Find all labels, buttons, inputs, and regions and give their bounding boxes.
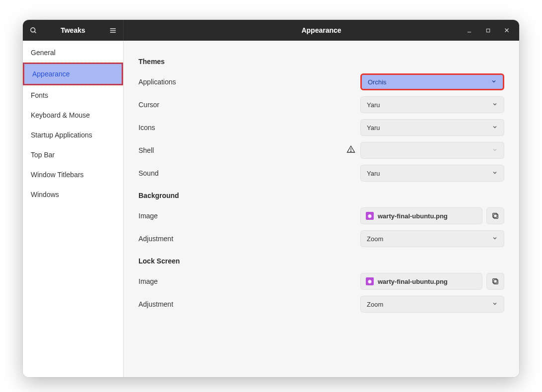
shell-label: Shell (138, 146, 346, 154)
lockscreen-header: Lock Screen (138, 257, 504, 265)
svg-rect-13 (494, 280, 498, 284)
background-image-row: Image ◉ warty-final-ubuntu.png (138, 204, 504, 227)
sidebar-item-fonts[interactable]: Fonts (23, 85, 123, 105)
page-title: Appearance (124, 26, 519, 34)
sidebar-item-label: Top Bar (31, 151, 55, 159)
sidebar-item-label: Fonts (31, 91, 48, 99)
background-image-browse-button[interactable] (486, 207, 504, 224)
lockscreen-adjustment-label: Adjustment (138, 300, 360, 308)
hamburger-button[interactable] (102, 27, 123, 34)
dropdown-value: Yaru (367, 101, 380, 109)
sidebar-item-label: Appearance (32, 70, 70, 78)
sidebar-item-keyboard-mouse[interactable]: Keyboard & Mouse (23, 105, 123, 125)
shell-dropdown (360, 142, 504, 159)
sidebar-item-general[interactable]: General (23, 43, 123, 63)
file-name: warty-final-ubuntu.png (378, 212, 448, 220)
sidebar-item-label: Keyboard & Mouse (31, 111, 90, 119)
svg-rect-14 (493, 279, 497, 283)
applications-row: Applications Orchis (138, 70, 504, 93)
file-name: warty-final-ubuntu.png (378, 278, 448, 285)
icons-dropdown[interactable]: Yaru (360, 119, 504, 136)
chevron-down-icon (491, 78, 497, 86)
lockscreen-image-control: ◉ warty-final-ubuntu.png (360, 273, 504, 290)
search-icon (30, 27, 37, 34)
sidebar-item-startup-applications[interactable]: Startup Applications (23, 125, 123, 145)
search-button[interactable] (23, 27, 44, 34)
chevron-down-icon (492, 147, 498, 154)
background-adjustment-dropdown[interactable]: Zoom (360, 230, 504, 247)
background-adjustment-row: Adjustment Zoom (138, 227, 504, 250)
svg-line-1 (34, 31, 36, 33)
chevron-down-icon (492, 301, 498, 308)
titlebar-left: Tweaks (23, 20, 124, 41)
lockscreen-image-row: Image ◉ warty-final-ubuntu.png (138, 270, 504, 293)
dropdown-value: Yaru (367, 170, 380, 177)
tweaks-window: Tweaks Appearance General Appea (23, 20, 519, 377)
background-image-control: ◉ warty-final-ubuntu.png (360, 207, 504, 224)
dropdown-value: Yaru (367, 124, 380, 131)
svg-point-0 (30, 27, 35, 32)
svg-rect-12 (493, 213, 497, 218)
cursor-dropdown[interactable]: Yaru (360, 96, 504, 113)
sidebar-item-label: Window Titlebars (31, 171, 84, 179)
background-image-chip[interactable]: ◉ warty-final-ubuntu.png (360, 207, 482, 224)
sidebar-title: Tweaks (44, 26, 102, 34)
dropdown-value: Zoom (367, 235, 383, 243)
warning-icon (346, 145, 355, 156)
icons-label: Icons (138, 124, 360, 131)
sidebar-item-label: Windows (31, 191, 59, 198)
titlebar-right: Appearance (124, 20, 519, 41)
titlebar: Tweaks Appearance (23, 20, 519, 41)
themes-header: Themes (138, 58, 504, 65)
chevron-down-icon (492, 124, 498, 131)
shell-row: Shell (138, 139, 504, 162)
sound-label: Sound (138, 169, 360, 177)
background-image-label: Image (138, 212, 360, 220)
background-adjustment-label: Adjustment (138, 235, 360, 243)
applications-dropdown[interactable]: Orchis (360, 73, 504, 90)
chevron-down-icon (492, 235, 498, 243)
svg-point-10 (350, 151, 351, 151)
lockscreen-image-browse-button[interactable] (486, 273, 504, 290)
cursor-label: Cursor (138, 101, 360, 109)
sidebar-item-windows[interactable]: Windows (23, 185, 123, 204)
cursor-row: Cursor Yaru (138, 93, 504, 116)
sound-row: Sound Yaru (138, 162, 504, 185)
lockscreen-image-label: Image (138, 277, 360, 285)
lockscreen-image-chip[interactable]: ◉ warty-final-ubuntu.png (360, 273, 482, 290)
sidebar-item-label: Startup Applications (31, 131, 92, 139)
lockscreen-adjustment-row: Adjustment Zoom (138, 293, 504, 316)
hamburger-icon (109, 27, 117, 34)
sidebar-item-appearance[interactable]: Appearance (23, 63, 123, 85)
chevron-down-icon (492, 170, 498, 177)
sidebar-item-label: General (31, 49, 56, 57)
svg-rect-11 (494, 214, 498, 219)
browse-icon (491, 277, 499, 285)
image-file-icon: ◉ (366, 212, 374, 220)
dropdown-value: Zoom (367, 301, 383, 308)
background-header: Background (138, 192, 504, 199)
browse-icon (491, 212, 499, 220)
sound-dropdown[interactable]: Yaru (360, 165, 504, 182)
image-file-icon: ◉ (366, 277, 374, 285)
applications-label: Applications (138, 78, 360, 86)
sidebar-item-top-bar[interactable]: Top Bar (23, 145, 123, 165)
sidebar-item-window-titlebars[interactable]: Window Titlebars (23, 165, 123, 185)
content-area: Themes Applications Orchis Cursor Yaru I… (124, 41, 519, 377)
icons-row: Icons Yaru (138, 116, 504, 139)
lockscreen-adjustment-dropdown[interactable]: Zoom (360, 296, 504, 313)
chevron-down-icon (492, 101, 498, 109)
sidebar: General Appearance Fonts Keyboard & Mous… (23, 41, 124, 377)
body-area: General Appearance Fonts Keyboard & Mous… (23, 41, 519, 377)
dropdown-value: Orchis (368, 78, 387, 86)
